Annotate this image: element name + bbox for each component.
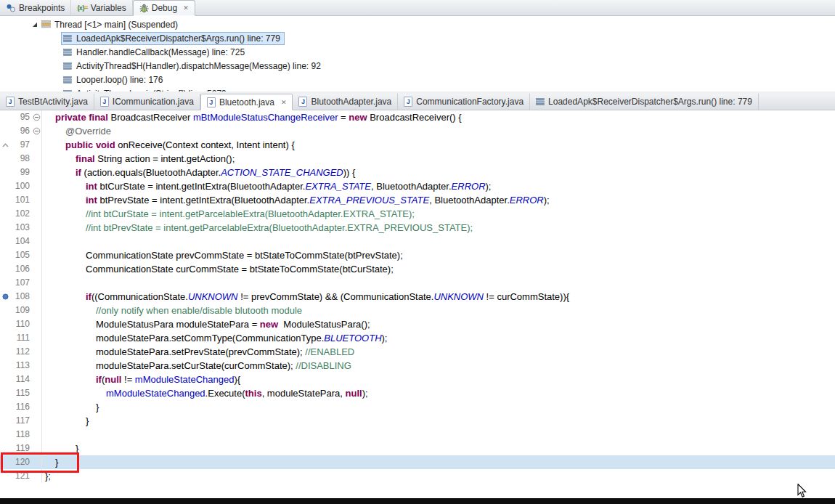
fold-margin[interactable] bbox=[32, 469, 42, 483]
annotation-ruler[interactable] bbox=[0, 304, 10, 317]
code-line[interactable]: 117} bbox=[0, 414, 835, 428]
fold-margin[interactable] bbox=[32, 179, 42, 193]
fold-margin[interactable] bbox=[32, 166, 42, 179]
fold-margin[interactable] bbox=[32, 138, 42, 152]
fold-margin[interactable] bbox=[32, 304, 42, 317]
fold-margin[interactable] bbox=[32, 110, 42, 124]
code-line[interactable]: 114if(null != mModuleStateChanged){ bbox=[0, 373, 835, 386]
fold-margin[interactable] bbox=[32, 345, 42, 359]
fold-margin[interactable] bbox=[32, 262, 42, 276]
line-number: 102 bbox=[10, 207, 32, 221]
annotation-ruler[interactable] bbox=[0, 400, 10, 414]
code-line[interactable]: 106CommunicationState curCommState = btS… bbox=[0, 262, 835, 276]
fold-margin[interactable] bbox=[32, 207, 42, 221]
fold-margin[interactable] bbox=[32, 373, 42, 386]
editor-tab-blutoothadapter-java[interactable]: JBlutoothAdapter.java bbox=[293, 94, 398, 110]
fold-margin[interactable] bbox=[32, 152, 42, 166]
annotation-ruler[interactable] bbox=[0, 138, 10, 152]
code-line[interactable]: 113moduleStatePara.setCurState(curCommSt… bbox=[0, 359, 835, 373]
editor-tab-icommunication-java[interactable]: JICommunication.java bbox=[94, 94, 200, 110]
fold-margin[interactable] bbox=[32, 276, 42, 290]
code-line[interactable]: 121}; bbox=[0, 469, 835, 483]
code-line[interactable]: 107 bbox=[0, 276, 835, 290]
code-line[interactable]: 118 bbox=[0, 428, 835, 442]
annotation-ruler[interactable] bbox=[0, 373, 10, 386]
code-line[interactable]: 101int btPrevState = intent.getIntExtra(… bbox=[0, 193, 835, 207]
fold-margin[interactable] bbox=[32, 414, 42, 428]
annotation-ruler[interactable] bbox=[0, 193, 10, 207]
annotation-ruler[interactable] bbox=[0, 345, 10, 359]
close-icon[interactable]: ✕ bbox=[281, 99, 287, 106]
stack-frame-row[interactable]: Handler.handleCallback(Message) line: 72… bbox=[0, 45, 835, 59]
annotation-ruler[interactable] bbox=[0, 179, 10, 193]
annotation-ruler[interactable] bbox=[0, 166, 10, 179]
code-line[interactable]: 100int btCurState = intent.getIntExtra(B… bbox=[0, 179, 835, 193]
annotation-ruler[interactable] bbox=[0, 110, 10, 124]
code-line[interactable]: 97public void onReceive(Context context,… bbox=[0, 138, 835, 152]
annotation-ruler[interactable] bbox=[0, 221, 10, 235]
code-line[interactable]: 104 bbox=[0, 235, 835, 248]
stack-frame-row[interactable]: Looper.loop() line: 176 bbox=[0, 73, 835, 86]
code-line[interactable]: 109//only notify when enable/disable blu… bbox=[0, 304, 835, 317]
view-tab-variables[interactable]: (x)=Variables bbox=[71, 0, 132, 15]
fold-margin[interactable] bbox=[32, 331, 42, 345]
fold-margin[interactable] bbox=[32, 428, 42, 442]
annotation-ruler[interactable] bbox=[0, 152, 10, 166]
code-line[interactable]: 95private final BroadcastReceiver mBtMod… bbox=[0, 110, 835, 124]
annotation-ruler[interactable] bbox=[0, 262, 10, 276]
fold-margin[interactable] bbox=[32, 317, 42, 331]
fold-margin[interactable] bbox=[32, 442, 42, 455]
annotation-ruler[interactable] bbox=[0, 124, 10, 138]
thread-tree-row[interactable]: Thread [<1> main] (Suspended) bbox=[0, 17, 835, 31]
code-line[interactable]: 116} bbox=[0, 400, 835, 414]
fold-margin[interactable] bbox=[32, 221, 42, 235]
code-line[interactable]: 105CommunicationState prevCommState = bt… bbox=[0, 248, 835, 262]
stack-frame-row[interactable]: ActivityThread$H(Handler).dispatchMessag… bbox=[0, 59, 835, 73]
annotation-ruler[interactable] bbox=[0, 428, 10, 442]
annotation-ruler[interactable] bbox=[0, 276, 10, 290]
code-line[interactable]: 108if((CommunicationState.UNKNOWN != pre… bbox=[0, 290, 835, 304]
code-line[interactable]: 98final String action = intent.getAction… bbox=[0, 152, 835, 166]
annotation-ruler[interactable] bbox=[0, 359, 10, 373]
annotation-ruler[interactable] bbox=[0, 455, 10, 469]
code-line[interactable]: 111moduleStatePara.setCommType(Communica… bbox=[0, 331, 835, 345]
stack-frame-row[interactable]: LoadedApk$ReceiverDispatcher$Args.run() … bbox=[0, 31, 835, 45]
code-line[interactable]: 99if (action.equals(BluetoothAdapter.ACT… bbox=[0, 166, 835, 179]
view-tab-debug[interactable]: Debug✕ bbox=[133, 0, 195, 16]
editor-tab-communicationfactory-java[interactable]: JCommunicationFactory.java bbox=[398, 94, 530, 110]
fold-margin[interactable] bbox=[32, 193, 42, 207]
code-line[interactable]: 96@Override bbox=[0, 124, 835, 138]
fold-margin[interactable] bbox=[32, 235, 42, 248]
view-tab-breakpoints[interactable]: Breakpoints bbox=[0, 0, 71, 15]
fold-margin[interactable] bbox=[32, 359, 42, 373]
editor-tab-loadedapk-receiverdispatcher-args-run-line-779[interactable]: LoadedApk$ReceiverDispatcher$Args.run() … bbox=[530, 94, 759, 110]
fold-margin[interactable] bbox=[32, 290, 42, 304]
code-line[interactable]: 110ModuleStatusPara moduleStatePara = ne… bbox=[0, 317, 835, 331]
annotation-ruler[interactable] bbox=[0, 469, 10, 483]
code-line[interactable]: 102//int btCurState = intent.getParcelab… bbox=[0, 207, 835, 221]
fold-margin[interactable] bbox=[32, 400, 42, 414]
code-line[interactable]: 112moduleStatePara.setPrevState(prevComm… bbox=[0, 345, 835, 359]
editor-tab-testbtactivity-java[interactable]: JTestBtActivity.java bbox=[0, 94, 94, 110]
editor-tab-bluetooth-java[interactable]: JBluetooth.java✕ bbox=[200, 94, 293, 110]
annotation-ruler[interactable] bbox=[0, 207, 10, 221]
fold-margin[interactable] bbox=[32, 124, 42, 138]
code-line[interactable]: 119} bbox=[0, 442, 835, 455]
annotation-ruler[interactable] bbox=[0, 290, 10, 304]
code-line[interactable]: 103//int btPrevState = intent.getParcela… bbox=[0, 221, 835, 235]
annotation-ruler[interactable] bbox=[0, 235, 10, 248]
code-line[interactable]: 120} bbox=[0, 455, 835, 469]
stack-frame-row[interactable]: ActivityThread.main(String[]) line: 5279 bbox=[0, 86, 835, 92]
close-icon[interactable]: ✕ bbox=[183, 4, 189, 12]
annotation-ruler[interactable] bbox=[0, 331, 10, 345]
annotation-ruler[interactable] bbox=[0, 317, 10, 331]
annotation-ruler[interactable] bbox=[0, 248, 10, 262]
expand-arrow-icon[interactable] bbox=[32, 22, 38, 28]
code-line[interactable]: 115mModuleStateChanged.Execute(this, mod… bbox=[0, 386, 835, 400]
annotation-ruler[interactable] bbox=[0, 386, 10, 400]
fold-margin[interactable] bbox=[32, 248, 42, 262]
annotation-ruler[interactable] bbox=[0, 414, 10, 428]
annotation-ruler[interactable] bbox=[0, 442, 10, 455]
fold-margin[interactable] bbox=[32, 455, 42, 469]
fold-margin[interactable] bbox=[32, 386, 42, 400]
